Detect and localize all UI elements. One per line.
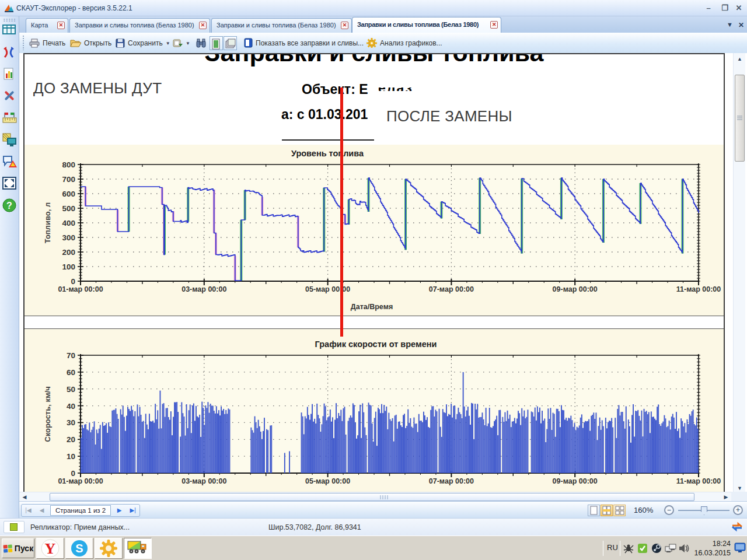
speed-chart-panel: 01020304050607001-мар 00:0003-мар 00:000… <box>25 328 724 492</box>
ruler-distance-icon[interactable] <box>2 111 17 125</box>
clock-time: 18:24 <box>690 539 731 548</box>
svg-text:700: 700 <box>62 175 75 184</box>
tab-close-icon[interactable]: ✕ <box>341 22 348 29</box>
tab-fuel-report-2[interactable]: Заправки и сливы топлива (Белаз 1980) ✕ <box>211 18 352 33</box>
first-page-button[interactable]: |◀ <box>22 505 35 516</box>
tray-volume-icon[interactable] <box>679 543 689 554</box>
scroll-down-icon[interactable]: ▼ <box>734 484 746 492</box>
fuel-level-chart: 010020030040050060070080001-мар 00:0003-… <box>25 145 724 316</box>
svg-text:График скорости от времени: График скорости от времени <box>315 340 437 349</box>
horizontal-scroll-thumb[interactable] <box>50 493 694 501</box>
tray-clock[interactable]: 18:24 16.03.2015 <box>690 539 731 558</box>
svg-text:Уровень топлива: Уровень топлива <box>291 149 364 158</box>
svg-text:30: 30 <box>67 418 75 427</box>
help-icon[interactable]: ? <box>2 198 17 213</box>
svg-text:09-мар 00:00: 09-мар 00:00 <box>553 477 598 485</box>
svg-text:60: 60 <box>67 368 75 377</box>
svg-text:500: 500 <box>62 204 75 213</box>
vertical-scrollbar[interactable]: ▲ ▼ <box>733 53 745 492</box>
report-page: Заправки и сливы топлива ДО ЗАМЕНЫ ДУТ О… <box>23 53 725 492</box>
vertical-scroll-thumb[interactable] <box>735 75 745 162</box>
status-bar: Репликатор: Прием данных... Шир.53,7082,… <box>0 518 747 536</box>
print-icon <box>29 38 40 48</box>
scout-app-button[interactable] <box>124 538 152 559</box>
zoom-out-button[interactable]: – <box>664 505 674 515</box>
svg-text:800: 800 <box>62 160 75 169</box>
multi-page-icon <box>224 38 236 51</box>
last-page-button[interactable]: ▶| <box>126 505 139 516</box>
fullscreen-icon[interactable] <box>2 176 17 191</box>
export-dropdown-icon[interactable]: ▼ <box>186 40 190 46</box>
routes-icon[interactable] <box>2 46 17 60</box>
svg-text:70: 70 <box>67 351 75 360</box>
svg-text:40: 40 <box>67 402 75 411</box>
clock-date: 16.03.2015 <box>690 548 731 558</box>
yandex-browser-button[interactable]: Y <box>36 538 64 559</box>
tray-update-ok-icon[interactable] <box>637 543 648 554</box>
tools-icon[interactable] <box>2 89 17 103</box>
save-button[interactable]: Сохранить ▼ <box>113 35 173 51</box>
pager-bar: |◀ ◀ Страница 1 из 2 ▶ ▶| 160% – + <box>19 501 747 518</box>
tray-steam-icon[interactable] <box>651 543 662 554</box>
horizontal-scrollbar[interactable]: ◀ ▶ <box>19 492 731 501</box>
language-indicator[interactable]: RU <box>607 543 618 552</box>
tab-close-icon[interactable]: ✕ <box>57 22 65 29</box>
sidebar-grip: •••••••••• <box>4 18 15 22</box>
search-button[interactable] <box>193 35 209 51</box>
show-desktop-icon[interactable] <box>734 542 746 554</box>
gear-icon <box>99 539 118 558</box>
show-all-refuels-button[interactable]: Показать все заправки и сливы... <box>241 35 366 51</box>
scrollbar-corner <box>731 492 747 501</box>
svg-text:11-мар 00:00: 11-мар 00:00 <box>676 477 721 485</box>
zoom-slider-thumb[interactable] <box>701 506 707 515</box>
restore-button[interactable]: ❐ <box>718 3 732 13</box>
open-button[interactable]: Открыть <box>67 35 114 51</box>
tray-network-icon[interactable] <box>665 543 675 554</box>
next-page-button[interactable]: ▶ <box>113 505 126 516</box>
skype-icon: S <box>69 539 89 558</box>
scroll-right-icon[interactable]: ▶ <box>721 492 731 502</box>
zoom-in-button[interactable]: + <box>733 505 743 515</box>
minimize-button[interactable]: – <box>701 3 715 13</box>
svg-text:20: 20 <box>67 435 75 444</box>
close-button[interactable]: ✕ <box>732 3 746 13</box>
yandex-icon: Y <box>40 539 60 558</box>
layout-multi-button[interactable] <box>613 505 626 516</box>
scroll-left-icon[interactable]: ◀ <box>19 492 30 502</box>
taskbar: Пуск Y S RU 18:24 <box>0 536 747 560</box>
layout-fit-width-button[interactable] <box>601 505 613 516</box>
toolbar-grip <box>22 35 25 50</box>
svg-text:?: ? <box>6 201 12 211</box>
print-button[interactable]: Печать <box>26 35 68 51</box>
tab-close-all-icon[interactable]: ✕ <box>738 21 744 29</box>
tab-map[interactable]: Карта ✕ <box>26 18 68 33</box>
tab-overflow-icon[interactable]: ▼ <box>727 21 733 28</box>
network-monitor-icon[interactable] <box>2 133 17 148</box>
tab-fuel-report-3-active[interactable]: Заправки и сливы топлива (Белаз 1980) ✕ <box>352 17 501 33</box>
tab-close-icon[interactable]: ✕ <box>199 22 207 29</box>
app-logo-icon <box>4 4 14 13</box>
report-chart-icon[interactable] <box>2 67 17 82</box>
tray-divider-2 <box>620 541 620 556</box>
analyze-charts-button[interactable]: Анализ графиков... <box>364 35 445 51</box>
replicator-indicator-field <box>4 521 25 533</box>
layout-single-button[interactable] <box>588 505 600 516</box>
view-multi-page-button[interactable] <box>224 36 237 50</box>
settings-app-button[interactable] <box>95 538 123 559</box>
alerts-icon[interactable] <box>2 155 17 169</box>
export-button[interactable]: ▼ <box>170 35 193 51</box>
prev-page-button[interactable]: ◀ <box>35 505 48 516</box>
gear-icon <box>366 38 377 48</box>
object-label: Объект: Е <box>302 82 368 97</box>
left-sidebar: •••••••••• ? <box>0 16 19 518</box>
tab-fuel-report-1[interactable]: Заправки и сливы топлива (Белаз 1980) ✕ <box>69 18 210 33</box>
start-button[interactable]: Пуск <box>2 538 34 558</box>
window-title: СКАУТ-Эксплорер - версия 3.5.22.1 <box>16 4 132 12</box>
zoom-level: 160% <box>634 506 653 514</box>
view-single-page-button[interactable] <box>210 36 223 50</box>
scroll-up-icon[interactable]: ▲ <box>734 54 746 64</box>
tab-close-icon[interactable]: ✕ <box>490 21 498 29</box>
skype-button[interactable]: S <box>65 538 93 559</box>
table-view-icon[interactable] <box>2 23 17 38</box>
tray-antivirus-icon[interactable] <box>623 543 634 554</box>
